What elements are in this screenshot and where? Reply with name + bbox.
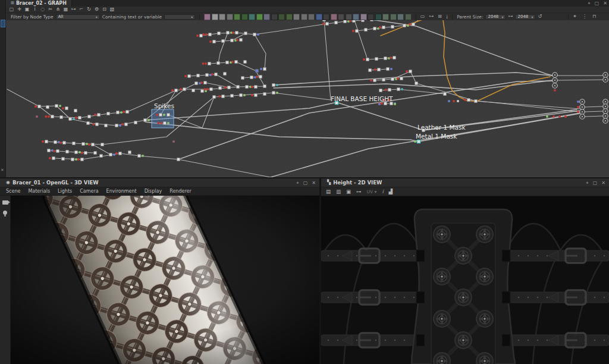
pan-icon[interactable]: ✛ bbox=[17, 7, 22, 12]
graph-node[interactable] bbox=[366, 58, 369, 61]
bench-icon[interactable]: ⊓ bbox=[592, 14, 596, 19]
graph-node[interactable] bbox=[373, 27, 376, 30]
graph-node[interactable] bbox=[263, 67, 266, 70]
graph-node[interactable] bbox=[68, 117, 71, 120]
graph-node[interactable] bbox=[81, 142, 84, 145]
link-cut-icon[interactable]: ✂ bbox=[48, 7, 53, 12]
output-connector[interactable] bbox=[580, 99, 585, 104]
graph-node[interactable] bbox=[65, 106, 68, 109]
tab-graph[interactable]: ⊞ Bracer_02 - GRAPH bbox=[6, 0, 72, 7]
menu-scene[interactable]: Scene bbox=[6, 189, 20, 194]
graph-node[interactable] bbox=[386, 67, 389, 70]
graph-node[interactable] bbox=[343, 20, 346, 23]
graph-node[interactable] bbox=[115, 124, 118, 127]
graph-node[interactable] bbox=[196, 74, 199, 77]
graph-node[interactable] bbox=[74, 150, 77, 153]
frame-window-icon[interactable]: ⊞ bbox=[438, 14, 442, 19]
graph-node[interactable] bbox=[203, 81, 206, 84]
graph-node[interactable] bbox=[163, 121, 166, 124]
graph-node[interactable] bbox=[208, 62, 211, 65]
copy-icon[interactable]: ▣ bbox=[346, 189, 351, 194]
menu-display[interactable]: Display bbox=[145, 189, 162, 194]
graph-node[interactable] bbox=[412, 23, 415, 26]
graph-node[interactable] bbox=[375, 57, 378, 60]
output-connector[interactable] bbox=[603, 77, 608, 82]
graph-node[interactable] bbox=[236, 85, 239, 88]
graph-node[interactable] bbox=[235, 31, 238, 34]
graph-node[interactable] bbox=[239, 38, 242, 41]
output-connector[interactable] bbox=[603, 118, 608, 123]
graph-node[interactable] bbox=[52, 156, 55, 159]
node-type-filter-5[interactable] bbox=[241, 14, 248, 20]
graph-node[interactable] bbox=[227, 86, 230, 89]
node-type-filter-10[interactable] bbox=[278, 14, 285, 20]
elbow-link-icon[interactable]: ⌐ bbox=[79, 7, 84, 12]
graph-node[interactable] bbox=[95, 123, 98, 125]
frame-icon[interactable]: ▧ bbox=[109, 7, 115, 12]
comment-icon[interactable]: ▭ bbox=[420, 14, 425, 19]
node-type-filter-17[interactable] bbox=[331, 14, 337, 20]
graph-node[interactable] bbox=[221, 95, 224, 98]
graph-node[interactable] bbox=[65, 150, 68, 153]
graph-node[interactable] bbox=[409, 70, 412, 73]
graph-node[interactable] bbox=[244, 32, 247, 34]
stack-icon[interactable]: ⋮ bbox=[582, 14, 587, 19]
history-icon[interactable]: ↻ bbox=[86, 7, 92, 12]
graph-node[interactable] bbox=[355, 29, 358, 32]
node-type-filter-8[interactable] bbox=[263, 14, 270, 20]
node-type-filter-20[interactable] bbox=[353, 14, 359, 20]
output-connector[interactable] bbox=[553, 73, 557, 77]
graph-node[interactable] bbox=[209, 87, 212, 90]
graph-node[interactable] bbox=[377, 68, 380, 71]
graph-node[interactable] bbox=[334, 21, 337, 24]
dock-thumbnail[interactable] bbox=[1, 20, 5, 27]
graph-node[interactable] bbox=[217, 32, 220, 34]
graph-node[interactable] bbox=[391, 25, 394, 28]
output-connector[interactable] bbox=[580, 109, 585, 114]
graph-node[interactable] bbox=[116, 111, 119, 114]
graph-node[interactable] bbox=[241, 76, 244, 79]
size-reset-icon[interactable]: ↺ bbox=[538, 14, 542, 19]
grid-snap-icon[interactable]: ▦ bbox=[63, 7, 68, 12]
graph-node[interactable] bbox=[253, 33, 256, 36]
node-type-filter-4[interactable] bbox=[234, 14, 240, 20]
graph-node[interactable] bbox=[86, 121, 89, 124]
menu-lights[interactable]: Lights bbox=[58, 189, 72, 194]
parent-width-select[interactable]: 2048▾ bbox=[485, 14, 506, 20]
graph-node[interactable] bbox=[212, 40, 215, 43]
graph-node[interactable] bbox=[400, 77, 403, 80]
graph-node[interactable] bbox=[230, 94, 233, 97]
graph-node[interactable] bbox=[384, 57, 387, 59]
graph-node[interactable] bbox=[118, 152, 121, 155]
graph-node[interactable] bbox=[93, 151, 96, 154]
graph-node[interactable] bbox=[134, 121, 137, 124]
graph-node[interactable] bbox=[101, 143, 103, 146]
graph-node[interactable] bbox=[200, 89, 203, 92]
graph-node[interactable] bbox=[47, 149, 50, 152]
filter-contains-select[interactable]: ▾ bbox=[164, 14, 195, 20]
graph-node[interactable] bbox=[218, 86, 221, 89]
graph-node[interactable] bbox=[54, 140, 56, 143]
graph-node[interactable] bbox=[199, 34, 202, 37]
graph-node[interactable] bbox=[379, 89, 382, 92]
filter-type-select[interactable]: All▾ bbox=[56, 14, 100, 20]
node-type-filter-11[interactable] bbox=[286, 14, 293, 20]
node-type-filter-26[interactable] bbox=[397, 14, 404, 20]
camera-icon[interactable] bbox=[2, 200, 8, 205]
graph-node[interactable] bbox=[225, 61, 228, 64]
graph-node[interactable] bbox=[254, 85, 257, 88]
save-icon[interactable]: ▥ bbox=[336, 189, 341, 194]
node-type-filter-15[interactable] bbox=[316, 14, 322, 20]
close-icon[interactable]: ✕ bbox=[601, 181, 605, 186]
output-connector[interactable] bbox=[580, 114, 585, 119]
float-icon[interactable]: ▢ bbox=[595, 1, 599, 6]
graph-node[interactable] bbox=[45, 140, 48, 143]
size-link-icon[interactable]: ⊶ bbox=[508, 14, 513, 19]
graph-node[interactable] bbox=[272, 83, 275, 86]
float-icon[interactable]: ▢ bbox=[303, 181, 308, 186]
graph-node[interactable] bbox=[370, 20, 373, 21]
menu-renderer[interactable]: Renderer bbox=[169, 189, 192, 194]
graph-node[interactable] bbox=[143, 118, 146, 121]
screenshot-icon[interactable]: ▣ bbox=[24, 7, 30, 12]
node-type-filter-24[interactable] bbox=[382, 14, 389, 20]
